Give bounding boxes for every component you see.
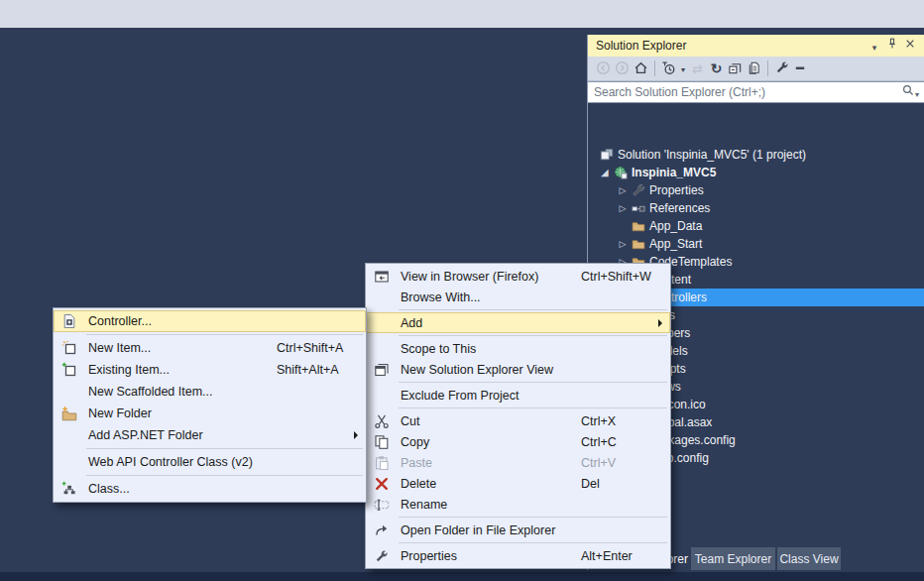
menu-item-open-folder-in-file-explorer[interactable]: Open Folder in File Explorer [366,520,670,540]
menu-item-shortcut: Ctrl+X [581,414,616,428]
blank [373,388,391,404]
view-in-browser-icon [373,269,391,285]
collapse-all-button[interactable] [726,58,745,79]
tree-item-label: App_Data [649,219,702,233]
tree-item-properties[interactable]: ▷Properties [588,181,924,199]
menu-item-add-asp-net-folder[interactable]: Add ASP.NET Folder [54,424,366,446]
add-submenu: Controller...New Item...Ctrl+Shift+AExis… [53,307,367,503]
submenu-arrow-icon [658,319,662,327]
menu-item-scope-to-this[interactable]: Scope to This [366,338,670,359]
dropdown-arrow-button[interactable]: ▾ [678,58,688,79]
menu-item-web-api-controller-class-v2[interactable]: Web API Controller Class (v2) [54,451,366,473]
pin-icon [885,37,899,53]
search-dropdown-icon[interactable]: ▾ [915,90,919,99]
wrench-icon [630,182,646,198]
forward-icon [613,58,632,77]
menu-separator [399,309,667,310]
menu-item-label: Class... [88,482,130,496]
tree-item-label: References [649,201,710,215]
forward-button[interactable] [613,58,632,79]
search-icon[interactable] [901,83,915,100]
menu-item-label: Cut [401,414,419,428]
cut-icon [373,413,391,429]
tab-class-view[interactable]: Class View [777,547,841,570]
menu-item-new-scaffolded-item[interactable]: New Scaffolded Item... [54,381,366,403]
menu-item-label: Delete [401,477,436,491]
window-position-button[interactable]: ▾ [866,39,883,57]
menu-item-label: Browse With... [401,290,481,304]
pending-changes-filter-button[interactable] [659,58,678,79]
menu-item-exclude-from-project[interactable]: Exclude From Project [366,385,670,406]
folder-icon [630,218,646,234]
menu-item-shortcut: Alt+Enter [581,549,633,563]
refresh-icon: ↻ [707,59,726,78]
menu-item-paste[interactable]: PasteCtrl+V [366,452,670,473]
menu-item-label: Paste [401,456,432,470]
back-button[interactable] [594,58,613,79]
expander-expanded-icon[interactable]: ◢ [598,164,612,181]
search-input[interactable]: Search Solution Explorer (Ctrl+;) [594,85,901,99]
sync-button[interactable]: ⇄ [688,59,707,78]
properties-tool-button[interactable] [772,58,791,79]
tree-item-label: Solution 'Inspinia_MVC5' (1 project) [618,148,806,162]
search-box[interactable]: Search Solution Explorer (Ctrl+;) ▾ [588,81,924,103]
menu-item-rename[interactable]: Rename [366,494,670,515]
menu-item-label: Controller... [88,314,152,328]
menu-item-properties[interactable]: PropertiesAlt+Enter [366,545,670,566]
menu-item-new-folder[interactable]: New Folder [54,403,366,424]
menu-item-class[interactable]: Class... [54,478,366,500]
tree-item-app-start[interactable]: ▷App_Start [588,235,924,253]
menu-item-delete[interactable]: DeleteDel [366,473,670,494]
preview-selected-icon [791,58,810,77]
blank [60,427,78,443]
tree-item-references[interactable]: ▷References [588,199,924,217]
copy-icon [373,434,391,450]
show-all-files-icon [745,58,763,77]
menu-item-label: Web API Controller Class (v2) [88,455,253,469]
preview-selected-button[interactable] [791,58,810,79]
home-icon [632,58,650,77]
solution-explorer-title-bar[interactable]: Solution Explorer ▾ [588,35,924,57]
pin-button[interactable] [883,36,901,54]
solution-icon [598,147,615,163]
menu-item-copy[interactable]: CopyCtrl+C [366,431,670,452]
menu-item-add[interactable]: Add [366,312,670,333]
menu-item-cut[interactable]: CutCtrl+X [366,410,670,431]
search-buttons: ▾ [901,83,919,101]
menu-item-browse-with[interactable]: Browse With... [366,287,670,307]
context-menu: View in Browser (Firefox)Ctrl+Shift+WBro… [365,263,671,569]
menu-separator [399,407,667,408]
wrench-icon [373,548,391,564]
show-all-files-button[interactable] [745,58,763,79]
tab-team-explorer[interactable]: Team Explorer [691,547,775,570]
home-button[interactable] [632,58,650,79]
menu-item-label: Scope to This [401,342,476,356]
tree-item-inspinia-mvc5[interactable]: ◢Inspinia_MVC5 [588,164,924,181]
expander-collapsed-icon[interactable]: ▷ [616,235,630,253]
blank [373,315,391,331]
menu-item-view-in-browser-firefox[interactable]: View in Browser (Firefox)Ctrl+Shift+W [366,266,670,287]
tree-item-app-data[interactable]: App_Data [588,217,924,235]
menu-item-shortcut: Ctrl+Shift+A [277,341,343,355]
menu-item-new-solution-explorer-view[interactable]: New Solution Explorer View [366,359,670,380]
menu-item-existing-item[interactable]: Existing Item...Shift+Alt+A [54,359,366,381]
top-toolbar-strip [0,0,924,28]
menu-item-controller[interactable]: Controller... [54,310,366,332]
expander-collapsed-icon[interactable]: ▷ [616,181,630,199]
folder-icon [630,236,646,252]
open-folder-icon [373,523,391,538]
menu-item-label: Copy [401,435,429,449]
status-bar [0,572,924,581]
menu-item-shortcut: Ctrl+Shift+W [581,270,651,284]
blank [60,384,78,400]
refresh-button[interactable]: ↻ [707,59,726,78]
submenu-arrow-icon [354,431,358,439]
menu-item-new-item[interactable]: New Item...Ctrl+Shift+A [54,337,366,359]
tree-item-solution-inspinia-mvc5-1-project[interactable]: Solution 'Inspinia_MVC5' (1 project) [588,146,924,164]
expander-collapsed-icon[interactable]: ▷ [616,199,630,217]
solution-explorer-toolbar: ▾⇄↻ [588,57,924,81]
menu-separator [86,334,363,335]
menu-item-shortcut: Shift+Alt+A [277,363,339,377]
controller-icon [60,313,78,329]
close-button[interactable] [901,36,919,54]
